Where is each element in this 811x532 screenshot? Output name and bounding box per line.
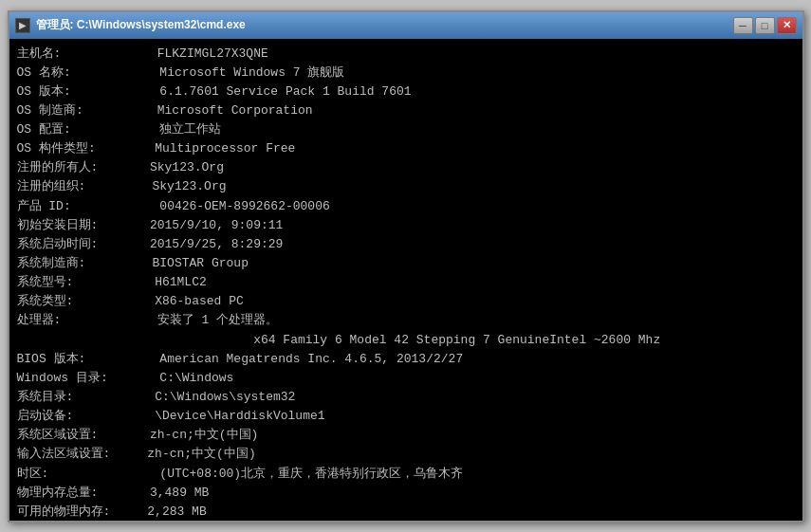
table-row: OS 版本: 6.1.7601 Service Pack 1 Build 760… <box>17 83 795 101</box>
close-button[interactable]: ✕ <box>777 17 797 34</box>
row-value: FLKZIMGL27X3QNE <box>157 45 268 64</box>
row-value: Microsoft Corporation <box>157 101 313 120</box>
window-controls: ─ □ ✕ <box>733 17 797 34</box>
table-row: x64 Family 6 Model 42 Stepping 7 Genuine… <box>17 331 795 350</box>
row-value: 00426-OEM-8992662-00006 <box>159 197 329 216</box>
row-value: 2015/9/10, 9:09:11 <box>150 216 283 235</box>
cmd-output: 主机名: FLKZIMGL27X3QNEOS 名称: Microsoft Win… <box>9 39 802 521</box>
table-row: 系统型号: H61MLC2 <box>17 273 795 292</box>
window-icon: ▶ <box>15 18 30 33</box>
row-label: 物理内存总量: <box>17 484 150 503</box>
row-label: OS 配置: <box>17 120 160 139</box>
row-label: OS 名称: <box>17 64 160 83</box>
row-label: 主机名: <box>17 45 157 64</box>
table-row: 产品 ID: 00426-OEM-8992662-00006 <box>17 197 795 216</box>
row-value: Sky123.Org <box>153 177 227 196</box>
table-row: 系统类型: X86-based PC <box>17 292 795 311</box>
window-icon-char: ▶ <box>19 20 27 30</box>
table-row: 系统区域设置: zh-cn;中文(中国) <box>17 426 795 445</box>
row-value: BIOSTAR Group <box>153 254 249 273</box>
cmd-window: ▶ 管理员: C:\Windows\system32\cmd.exe ─ □ ✕… <box>8 10 804 523</box>
row-label: OS 构件类型: <box>17 139 156 158</box>
row-value: zh-cn;中文(中国) <box>150 426 258 445</box>
row-value: 2015/9/25, 8:29:29 <box>150 235 283 254</box>
table-row: 时区: (UTC+08:00)北京，重庆，香港特别行政区，乌鲁木齐 <box>17 465 795 484</box>
row-label: 处理器: <box>17 311 157 330</box>
title-bar: ▶ 管理员: C:\Windows\system32\cmd.exe ─ □ ✕ <box>9 12 802 39</box>
table-row: OS 名称: Microsoft Windows 7 旗舰版 <box>17 64 795 83</box>
row-value: \Device\HarddiskVolume1 <box>155 407 324 426</box>
row-value: American Megatrends Inc. 4.6.5, 2013/2/2… <box>159 350 463 369</box>
row-value: zh-cn;中文(中国) <box>147 445 255 464</box>
row-value: 6.1.7601 Service Pack 1 Build 7601 <box>159 83 411 101</box>
restore-button[interactable]: □ <box>755 17 775 34</box>
row-value: 3,489 MB <box>150 484 209 503</box>
table-row: 系统目录: C:\Windows\system32 <box>17 388 795 407</box>
row-value: Sky123.Org <box>150 158 224 177</box>
row-label: 可用的物理内存: <box>17 503 148 521</box>
table-row: 输入法区域设置: zh-cn;中文(中国) <box>17 445 795 464</box>
row-label: 系统目录: <box>17 388 156 407</box>
row-value: C:\Windows <box>159 369 233 388</box>
minimize-button[interactable]: ─ <box>733 17 753 34</box>
table-row: 主机名: FLKZIMGL27X3QNE <box>17 45 795 64</box>
row-label <box>17 331 165 350</box>
table-row: OS 制造商: Microsoft Corporation <box>17 101 795 120</box>
table-row: 系统启动时间: 2015/9/25, 8:29:29 <box>17 235 795 254</box>
row-value: (UTC+08:00)北京，重庆，香港特别行政区，乌鲁木齐 <box>159 465 463 484</box>
row-label: 启动设备: <box>17 407 156 426</box>
row-label: 注册的组织: <box>17 177 153 196</box>
row-value: X86-based PC <box>155 292 244 311</box>
row-label: BIOS 版本: <box>17 350 160 369</box>
row-value: 安装了 1 个处理器。 <box>157 311 278 330</box>
row-label: 系统制造商: <box>17 254 153 273</box>
table-row: 初始安装日期: 2015/9/10, 9:09:11 <box>17 216 795 235</box>
row-value: Multiprocessor Free <box>155 139 295 158</box>
table-row: Windows 目录: C:\Windows <box>17 369 795 388</box>
row-label: 产品 ID: <box>17 197 160 216</box>
table-row: 可用的物理内存: 2,283 MB <box>17 503 795 521</box>
table-row: 注册的所有人: Sky123.Org <box>17 158 795 177</box>
table-row: 物理内存总量: 3,489 MB <box>17 484 795 503</box>
row-label: OS 制造商: <box>17 101 157 120</box>
row-value: Microsoft Windows 7 旗舰版 <box>159 64 344 83</box>
row-label: 系统启动时间: <box>17 235 150 254</box>
row-label: 初始安装日期: <box>17 216 150 235</box>
row-value: C:\Windows\system32 <box>155 388 295 407</box>
row-value: x64 Family 6 Model 42 Stepping 7 Genuine… <box>165 331 661 350</box>
table-row: 处理器: 安装了 1 个处理器。 <box>17 311 795 330</box>
table-row: OS 构件类型: Multiprocessor Free <box>17 139 795 158</box>
row-label: Windows 目录: <box>17 369 160 388</box>
table-row: OS 配置: 独立工作站 <box>17 120 795 139</box>
row-value: 2,283 MB <box>147 503 206 521</box>
table-row: 注册的组织: Sky123.Org <box>17 177 795 196</box>
row-value: H61MLC2 <box>155 273 207 292</box>
table-row: 系统制造商: BIOSTAR Group <box>17 254 795 273</box>
row-label: 时区: <box>17 465 160 484</box>
table-row: BIOS 版本: American Megatrends Inc. 4.6.5,… <box>17 350 795 369</box>
row-label: 系统类型: <box>17 292 156 311</box>
row-label: 注册的所有人: <box>17 158 150 177</box>
row-label: 输入法区域设置: <box>17 445 148 464</box>
row-value: 独立工作站 <box>159 120 221 139</box>
window-title: 管理员: C:\Windows\system32\cmd.exe <box>36 17 728 33</box>
row-label: 系统区域设置: <box>17 426 150 445</box>
row-label: 系统型号: <box>17 273 156 292</box>
row-label: OS 版本: <box>17 83 160 101</box>
table-row: 启动设备: \Device\HarddiskVolume1 <box>17 407 795 426</box>
